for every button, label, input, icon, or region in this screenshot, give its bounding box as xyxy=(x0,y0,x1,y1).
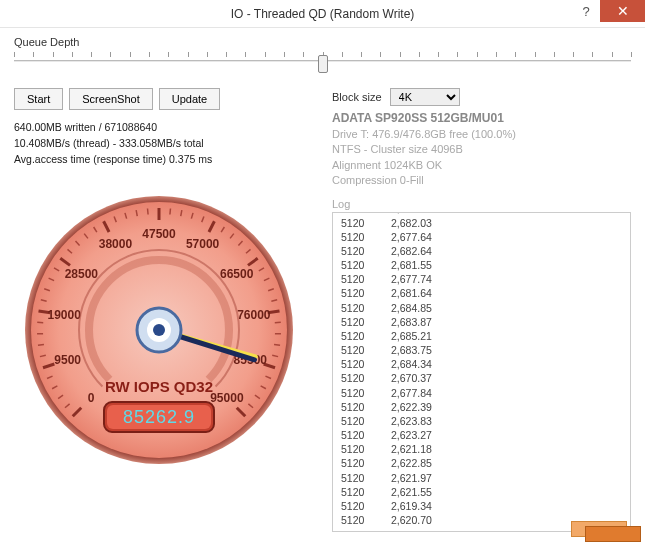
svg-text:95000: 95000 xyxy=(210,391,244,405)
stats-throughput: 10.408MB/s (thread) - 333.058MB/s total xyxy=(14,136,314,152)
svg-text:76000: 76000 xyxy=(237,308,271,322)
svg-text:57000: 57000 xyxy=(186,238,220,252)
log-row: 51202,619.34 xyxy=(341,499,622,513)
svg-text:9500: 9500 xyxy=(54,353,81,367)
svg-line-11 xyxy=(38,345,44,346)
log-row: 51202,677.64 xyxy=(341,230,622,244)
screenshot-button[interactable]: ScreenShot xyxy=(69,88,152,110)
log-row: 51202,621.55 xyxy=(341,485,622,499)
log-row: 51202,682.64 xyxy=(341,244,622,258)
svg-line-31 xyxy=(148,209,149,215)
close-button[interactable]: ✕ xyxy=(600,0,645,22)
drive-fs: NTFS - Cluster size 4096B xyxy=(332,142,631,157)
log-row: 51202,623.83 xyxy=(341,414,622,428)
stats-written: 640.00MB written / 671088640 xyxy=(14,120,314,136)
svg-line-34 xyxy=(170,209,171,215)
svg-text:47500: 47500 xyxy=(142,227,176,241)
log-row: 51202,677.84 xyxy=(341,386,622,400)
log-row: 51202,684.85 xyxy=(341,301,622,315)
drive-align: Alignment 1024KB OK xyxy=(332,158,631,173)
drive-compress: Compression 0-Fill xyxy=(332,173,631,188)
svg-text:28500: 28500 xyxy=(65,267,99,281)
log-box[interactable]: 51202,677.6951202,682.0351202,677.645120… xyxy=(332,212,631,532)
svg-text:38000: 38000 xyxy=(99,238,133,252)
log-row: 51202,684.34 xyxy=(341,357,622,371)
update-button[interactable]: Update xyxy=(159,88,220,110)
log-row: 51202,683.75 xyxy=(341,343,622,357)
log-row: 51202,681.64 xyxy=(341,286,622,300)
log-row: 51202,622.85 xyxy=(341,456,622,470)
drive-model: ADATA SP920SS 512GB/MU01 xyxy=(332,110,631,127)
watermark xyxy=(571,516,641,541)
stats-access-time: Avg.access time (response time) 0.375 ms xyxy=(14,152,314,168)
start-button[interactable]: Start xyxy=(14,88,63,110)
svg-text:19000: 19000 xyxy=(47,308,81,322)
log-label: Log xyxy=(332,198,631,210)
queue-depth-label: Queue Depth xyxy=(14,36,631,48)
log-row: 51202,683.87 xyxy=(341,315,622,329)
stats-block: 640.00MB written / 671088640 10.408MB/s … xyxy=(14,120,314,167)
queue-depth-slider[interactable] xyxy=(14,50,631,78)
titlebar-controls: ? ✕ xyxy=(572,0,645,22)
titlebar: IO - Threaded QD (Random Write) ? ✕ xyxy=(0,0,645,28)
log-row: 51202,670.37 xyxy=(341,371,622,385)
svg-text:66500: 66500 xyxy=(220,267,254,281)
slider-thumb[interactable] xyxy=(318,55,328,73)
log-row: 51202,621.18 xyxy=(341,442,622,456)
svg-line-54 xyxy=(274,345,280,346)
log-row: 51202,677.74 xyxy=(341,272,622,286)
svg-text:85262.9: 85262.9 xyxy=(123,407,195,427)
log-row: 51202,682.03 xyxy=(341,216,622,230)
svg-point-72 xyxy=(153,324,165,336)
log-row: 51202,623.27 xyxy=(341,428,622,442)
drive-info-block: ADATA SP920SS 512GB/MU01 Drive T: 476.9/… xyxy=(332,110,631,188)
drive-free: Drive T: 476.9/476.8GB free (100.0%) xyxy=(332,127,631,142)
log-row: 51202,621.97 xyxy=(341,471,622,485)
log-row: 51202,622.39 xyxy=(341,400,622,414)
log-row: 51202,681.55 xyxy=(341,258,622,272)
block-size-label: Block size xyxy=(332,91,382,103)
block-size-select[interactable]: 4K xyxy=(390,88,460,106)
window-title: IO - Threaded QD (Random Write) xyxy=(0,7,645,21)
help-button[interactable]: ? xyxy=(572,0,600,22)
svg-text:RW IOPS QD32: RW IOPS QD32 xyxy=(105,378,213,395)
gauge: 0950019000285003800047500570006650076000… xyxy=(14,175,304,475)
log-row: 51202,685.21 xyxy=(341,329,622,343)
svg-text:0: 0 xyxy=(88,391,95,405)
